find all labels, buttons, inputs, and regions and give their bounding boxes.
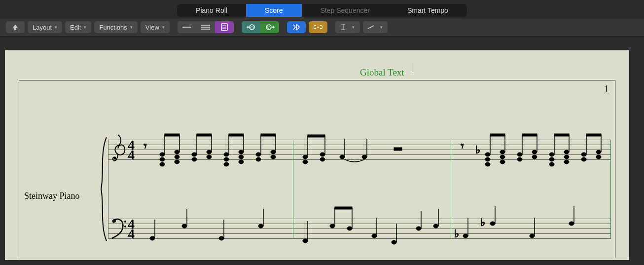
svg-point-90 — [549, 162, 554, 166]
chevron-down-icon: ▾ — [84, 25, 86, 30]
staff-system — [108, 140, 611, 159]
svg-rect-1 — [201, 25, 210, 26]
svg-point-18 — [270, 27, 271, 28]
instrument-name: Steinway Piano — [24, 191, 80, 201]
arrow-up-icon — [12, 24, 19, 31]
svg-rect-2 — [201, 27, 210, 28]
svg-rect-96 — [554, 134, 569, 136]
functions-menu[interactable]: Functions▾ — [94, 21, 137, 33]
wrapped-view-button[interactable] — [196, 21, 215, 33]
svg-rect-57 — [261, 134, 276, 136]
svg-rect-50 — [229, 134, 244, 136]
line-tool-icon — [367, 25, 374, 30]
layout-label: Layout — [33, 24, 52, 31]
global-text-field[interactable]: Global Text — [360, 67, 404, 78]
score-toolbar: Layout▾ Edit▾ Functions▾ View▾ ▾ ▾ — [0, 18, 644, 37]
view-label: View — [145, 24, 159, 31]
page-view-icon — [221, 23, 228, 31]
text-tool-icon — [340, 24, 346, 31]
page-number: 1 — [604, 83, 609, 95]
svg-point-16 — [269, 26, 270, 27]
chevron-down-icon: ▾ — [380, 25, 383, 30]
chevron-down-icon: ▾ — [162, 25, 165, 30]
midi-out-button[interactable] — [260, 21, 279, 33]
svg-point-17 — [267, 27, 268, 28]
svg-point-59 — [303, 160, 308, 164]
editor-tabs: Piano Roll Score Step Sequencer Smart Te… — [0, 0, 644, 18]
chevron-down-icon: ▾ — [55, 25, 57, 30]
svg-point-11 — [250, 27, 251, 28]
catch-playhead-icon — [292, 24, 300, 31]
svg-point-13 — [251, 28, 252, 29]
midi-group — [242, 21, 279, 33]
score-viewport[interactable]: Global Text 1 Steinway Piano — [5, 50, 629, 260]
svg-point-74 — [485, 162, 490, 166]
midi-in-button[interactable] — [242, 21, 260, 33]
chevron-down-icon: ▾ — [130, 25, 133, 30]
text-cursor — [413, 63, 413, 74]
link-button[interactable] — [309, 21, 327, 33]
svg-point-78 — [500, 160, 505, 164]
svg-point-19 — [268, 28, 269, 29]
catch-playhead-button[interactable] — [287, 21, 306, 33]
tab-piano-roll[interactable]: Piano Roll — [177, 4, 246, 17]
functions-label: Functions — [99, 24, 127, 31]
score-page: 1 Steinway Piano — [19, 80, 615, 258]
midi-in-icon — [246, 24, 256, 31]
svg-rect-0 — [182, 27, 191, 28]
svg-rect-80 — [490, 134, 505, 136]
hierarchy-up-button[interactable] — [6, 21, 25, 33]
svg-point-48 — [239, 160, 244, 164]
chevron-down-icon: ▾ — [352, 25, 355, 30]
svg-rect-87 — [522, 134, 537, 136]
svg-point-9 — [250, 26, 251, 27]
svg-rect-41 — [197, 134, 212, 136]
svg-rect-103 — [586, 134, 601, 136]
edit-menu[interactable]: Edit▾ — [65, 21, 91, 33]
svg-rect-34 — [165, 134, 179, 136]
svg-point-94 — [564, 160, 569, 164]
svg-point-28 — [160, 162, 165, 166]
tab-step-sequencer[interactable]: Step Sequencer — [302, 4, 389, 17]
link-icon — [314, 24, 322, 30]
page-view-button[interactable] — [215, 21, 234, 33]
tab-segment: Piano Roll Score Step Sequencer Smart Te… — [177, 4, 467, 17]
svg-point-112 — [303, 239, 308, 243]
view-mode-group — [178, 21, 234, 33]
linear-view-button[interactable] — [178, 21, 196, 33]
svg-point-121 — [392, 240, 396, 244]
svg-rect-64 — [308, 135, 325, 137]
tab-smart-tempo[interactable]: Smart Tempo — [389, 4, 467, 17]
view-menu[interactable]: View▾ — [141, 21, 170, 33]
svg-point-10 — [252, 26, 253, 27]
grand-staff-brace — [99, 137, 108, 241]
svg-point-12 — [253, 27, 254, 28]
svg-point-32 — [175, 160, 179, 164]
svg-rect-3 — [201, 29, 210, 30]
tab-score[interactable]: Score — [246, 4, 302, 17]
svg-point-15 — [267, 26, 268, 27]
edit-label: Edit — [70, 24, 81, 31]
treble-staff[interactable] — [108, 140, 611, 159]
wrapped-view-icon — [201, 24, 210, 30]
left-click-tool[interactable]: ▾ — [335, 21, 360, 33]
svg-line-20 — [368, 26, 374, 29]
bass-staff[interactable] — [108, 219, 611, 238]
linear-view-icon — [182, 25, 191, 30]
right-click-tool[interactable]: ▾ — [363, 21, 388, 33]
midi-out-icon — [265, 24, 275, 31]
svg-point-44 — [224, 162, 229, 166]
svg-rect-118 — [335, 207, 352, 209]
layout-menu[interactable]: Layout▾ — [28, 21, 62, 33]
